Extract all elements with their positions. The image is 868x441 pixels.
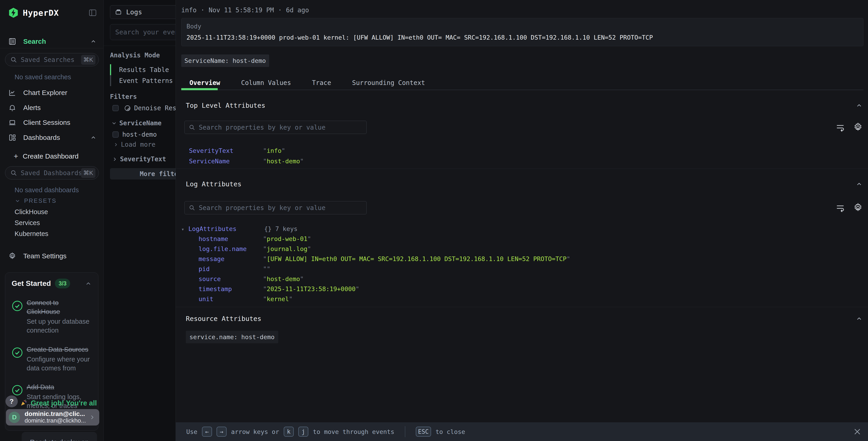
checklist-item-connect[interactable]: Connect to ClickHouse Set up your databa… — [11, 298, 92, 335]
tab-column-values[interactable]: Column Values — [241, 79, 291, 87]
attribute-key[interactable]: timestamp — [198, 286, 263, 292]
attribute-key[interactable]: unit — [198, 295, 263, 302]
checklist-item-sources[interactable]: Create Data Sources Configure where your… — [11, 345, 92, 373]
collapse-section-icon[interactable] — [856, 315, 863, 322]
chevron-up-icon[interactable] — [90, 135, 97, 141]
check-circle-icon — [11, 298, 27, 335]
attribute-value[interactable]: host-demo — [263, 275, 304, 283]
sidebar-item-label: Alerts — [23, 104, 41, 112]
chevron-down-icon — [111, 120, 117, 126]
resource-attribute-chip[interactable]: service.name: host-demo — [186, 331, 278, 343]
attribute-value[interactable]: prod-web-01 — [263, 235, 311, 242]
section-divider — [176, 307, 868, 307]
attribute-value[interactable]: host-demo — [263, 158, 304, 165]
event-detail-drawer: info · Nov 11 5:58:19 PM · 6d ago Body 2… — [176, 0, 868, 441]
attribute-row[interactable]: message [UFW ALLOW] IN=eth0 OUT= MAC= SR… — [181, 255, 863, 264]
attribute-value[interactable]: journal.log — [263, 245, 311, 253]
footer-text: to close — [436, 428, 465, 435]
attribute-key[interactable]: pid — [198, 265, 263, 272]
logo-row: HyperDX — [8, 7, 97, 19]
sidebar-item-chart-explorer[interactable]: Chart Explorer — [8, 87, 97, 98]
saved-dashboards-input[interactable]: Saved Dashboards ⌘K — [5, 166, 99, 179]
filter-value-host-demo[interactable]: host-demo — [113, 131, 157, 138]
attribute-key[interactable]: LogAttributes — [188, 225, 258, 232]
sidebar-item-team-settings[interactable]: Team Settings — [8, 251, 97, 262]
collapse-section-icon[interactable] — [856, 181, 863, 187]
footer-divider — [405, 426, 405, 437]
checkbox[interactable] — [113, 131, 119, 138]
attribute-key[interactable]: ServiceName — [189, 158, 263, 165]
top-level-search-input[interactable]: Search properties by key or value — [184, 121, 367, 134]
attribute-value[interactable] — [263, 265, 271, 272]
sidebar-item-alerts[interactable]: Alerts — [8, 102, 97, 113]
sidebar-item-dashboards[interactable]: Dashboards — [8, 132, 97, 143]
wrap-lines-icon[interactable] — [835, 122, 845, 132]
k-key[interactable]: k — [284, 427, 294, 437]
tab-overview[interactable]: Overview — [189, 79, 220, 87]
preset-clickhouse[interactable]: ClickHouse — [14, 208, 48, 216]
filter-group-servicename[interactable]: ServiceName — [111, 119, 161, 127]
attribute-row[interactable]: hostname prod-web-01 — [181, 235, 863, 243]
mode-results-table[interactable]: Results Table — [110, 64, 169, 75]
saved-searches-placeholder: Saved Searches — [21, 56, 81, 63]
tree-root-row[interactable]: ▾ LogAttributes {} 7 keys — [181, 225, 863, 234]
esc-key[interactable]: ESC — [416, 427, 431, 437]
checklist-title: Create Data Sources — [27, 345, 92, 354]
attribute-value[interactable]: kernel — [263, 295, 292, 302]
saved-searches-input[interactable]: Saved Searches ⌘K — [5, 53, 99, 66]
close-icon[interactable] — [853, 427, 862, 436]
preset-services[interactable]: Services — [14, 219, 40, 227]
more-filters-button[interactable]: More filte — [110, 168, 176, 179]
attribute-key[interactable]: hostname — [198, 235, 263, 242]
mode-event-patterns[interactable]: Event Patterns — [110, 75, 173, 86]
attribute-value[interactable]: [UFW ALLOW] IN=eth0 OUT= MAC= SRC=192.16… — [263, 255, 570, 262]
gear-icon[interactable] — [853, 122, 863, 132]
log-body-text: 2025-11-11T23:58:19+0000 prod-web-01 ker… — [186, 34, 858, 41]
source-select[interactable]: Logs — [110, 5, 176, 19]
log-attrs-search-input[interactable]: Search properties by key or value — [184, 201, 367, 214]
left-arrow-key[interactable]: ← — [202, 427, 212, 437]
presets-toggle[interactable]: PRESETS — [14, 197, 57, 204]
sidebar: HyperDX Search Saved Searches ⌘K No save… — [0, 0, 103, 441]
attribute-key[interactable]: message — [198, 255, 263, 262]
load-more[interactable]: Load more — [113, 141, 156, 148]
attribute-key[interactable]: log.file.name — [198, 245, 263, 253]
checklist-subtitle: Set up your database connection — [27, 317, 92, 335]
search-placeholder: Search properties by key or value — [199, 124, 326, 131]
checkbox[interactable] — [113, 105, 119, 111]
attribute-key[interactable]: SeverityText — [189, 147, 263, 154]
attribute-row[interactable]: pid — [181, 265, 863, 273]
collapse-section-icon[interactable] — [856, 102, 863, 109]
wrap-lines-icon[interactable] — [835, 203, 845, 212]
gear-icon[interactable] — [853, 203, 863, 212]
denoise-filter[interactable]: Denoise Resul — [113, 104, 176, 112]
help-button[interactable]: ? — [5, 395, 18, 407]
top-level-attribute-rows: SeverityText info ServiceName host-demo — [181, 147, 863, 165]
create-dashboard-button[interactable]: + Create Dashboard — [14, 152, 79, 160]
event-search-input[interactable]: Search your event — [110, 24, 176, 40]
attribute-row[interactable]: unit kernel — [181, 295, 863, 304]
top-level-attributes-header: Top Level Attributes — [181, 101, 863, 109]
sidebar-item-search[interactable]: Search — [8, 36, 97, 47]
j-key[interactable]: j — [298, 427, 308, 437]
chevron-up-icon[interactable] — [85, 280, 92, 287]
chevron-up-icon[interactable] — [90, 38, 97, 45]
tab-surrounding-context[interactable]: Surrounding Context — [352, 79, 425, 87]
attribute-row[interactable]: timestamp 2025-11-11T23:58:19+0000 — [181, 286, 863, 294]
preset-kubernetes[interactable]: Kubernetes — [14, 230, 48, 238]
user-menu[interactable]: D dominic.tran@clic... dominic.tran@clic… — [6, 409, 99, 425]
tab-trace[interactable]: Trace — [312, 79, 331, 87]
filter-group-severitytext[interactable]: SeverityText — [112, 155, 166, 163]
right-arrow-key[interactable]: → — [217, 427, 226, 437]
sidebar-item-client-sessions[interactable]: Client Sessions — [8, 117, 97, 128]
attribute-row[interactable]: source host-demo — [181, 275, 863, 284]
attribute-row[interactable]: ServiceName host-demo — [181, 158, 863, 165]
attribute-value[interactable]: info — [263, 147, 285, 154]
attribute-row[interactable]: SeverityText info — [181, 147, 863, 155]
tree-expand-icon[interactable]: ▾ — [181, 227, 184, 232]
collapse-sidebar-icon[interactable] — [89, 9, 97, 16]
servicename-tag[interactable]: ServiceName: host-demo — [181, 54, 269, 67]
attribute-key[interactable]: source — [198, 275, 263, 283]
attribute-row[interactable]: log.file.name journal.log — [181, 245, 863, 254]
attribute-value[interactable]: 2025-11-11T23:58:19+0000 — [263, 286, 359, 292]
